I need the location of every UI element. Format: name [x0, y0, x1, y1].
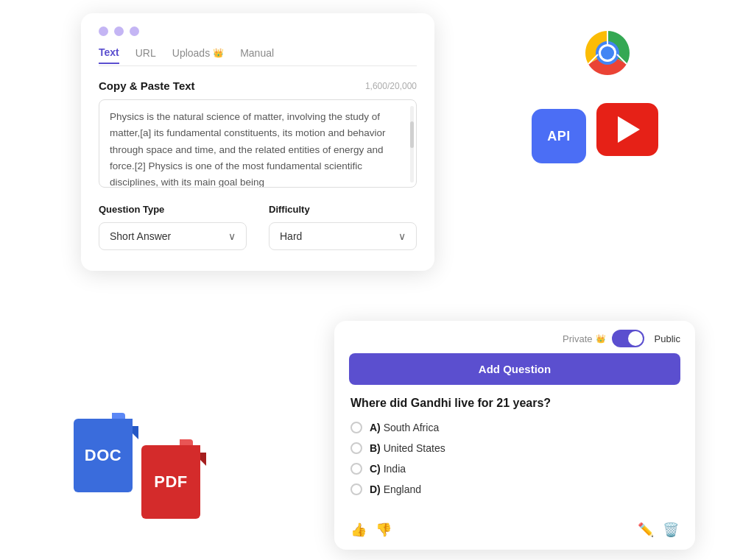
- top-card: Text URL Uploads 👑 Manual Copy & Paste T…: [81, 13, 434, 271]
- add-question-button[interactable]: Add Question: [349, 353, 680, 385]
- dot-3: [130, 26, 139, 36]
- public-label: Public: [655, 333, 680, 344]
- tabs-bar: Text URL Uploads 👑 Manual: [99, 46, 417, 66]
- chrome-icon: [575, 21, 640, 85]
- svg-point-3: [601, 46, 614, 60]
- window-dots: [99, 26, 417, 36]
- difficulty-select[interactable]: Hard ∨: [269, 222, 417, 250]
- question-type-label: Question Type: [99, 204, 247, 215]
- tab-url[interactable]: URL: [135, 46, 156, 64]
- difficulty-label: Difficulty: [269, 204, 417, 215]
- chevron-down-icon: ∨: [228, 230, 236, 242]
- difficulty-group: Difficulty Hard ∨: [269, 204, 417, 250]
- scrollbar-thumb: [410, 121, 414, 148]
- privacy-toggle[interactable]: [612, 330, 644, 347]
- selects-row: Question Type Short Answer ∨ Difficulty …: [99, 204, 417, 250]
- doc-label: DOC: [85, 446, 121, 465]
- tab-uploads[interactable]: Uploads 👑: [172, 46, 224, 64]
- quiz-footer: 👍 👎 ✏️ 🗑️: [334, 514, 695, 550]
- answer-key-d: D): [370, 483, 381, 495]
- api-label: API: [547, 129, 571, 144]
- toggle-track[interactable]: [612, 330, 644, 347]
- doc-icon: DOC: [74, 413, 138, 492]
- footer-actions-right: ✏️ 🗑️: [638, 522, 679, 538]
- thumbs-up-icon[interactable]: 👍: [350, 522, 367, 538]
- char-count: 1,600/20,000: [365, 81, 417, 91]
- answer-key-b: B): [370, 442, 381, 454]
- chevron-down-icon-2: ∨: [398, 230, 406, 242]
- radio-d[interactable]: [350, 483, 362, 495]
- doc-body: DOC: [74, 419, 133, 492]
- private-label: Private 👑: [563, 333, 605, 344]
- radio-a[interactable]: [350, 422, 362, 433]
- delete-icon[interactable]: 🗑️: [663, 522, 679, 538]
- api-icon: API: [532, 109, 586, 163]
- question-type-group: Question Type Short Answer ∨: [99, 204, 247, 250]
- answer-option-b[interactable]: B) United States: [350, 442, 679, 454]
- pdf-body: PDF: [141, 445, 200, 519]
- dot-1: [99, 26, 108, 36]
- toggle-thumb: [628, 331, 643, 346]
- answer-option-d[interactable]: D) England: [350, 483, 679, 495]
- answer-text-d: D) England: [370, 483, 421, 495]
- radio-b[interactable]: [350, 442, 362, 454]
- uploads-crown-icon: 👑: [213, 48, 224, 58]
- text-content: Physics is the natural science of matter…: [99, 100, 416, 188]
- answer-text-c: C) India: [370, 463, 406, 475]
- textarea-header: Copy & Paste Text 1,600/20,000: [99, 79, 417, 92]
- footer-actions-left: 👍 👎: [350, 522, 392, 538]
- text-scroll-area[interactable]: Physics is the natural science of matter…: [99, 99, 417, 188]
- question-type-value: Short Answer: [110, 230, 171, 242]
- answer-option-c[interactable]: C) India: [350, 463, 679, 475]
- dot-2: [114, 26, 124, 36]
- tab-manual[interactable]: Manual: [240, 46, 274, 64]
- scrollbar-track: [410, 106, 414, 182]
- question-text: Where did Gandhi live for 21 years?: [350, 397, 679, 410]
- answer-key-c: C): [370, 463, 381, 475]
- answer-option-a[interactable]: A) South Africa: [350, 422, 679, 433]
- quiz-question: Where did Gandhi live for 21 years? A) S…: [334, 397, 695, 511]
- textarea-label: Copy & Paste Text: [99, 79, 195, 92]
- answer-key-a: A): [370, 422, 381, 433]
- bottom-card: Private 👑 Public Add Question Where did …: [334, 321, 695, 550]
- scene: Text URL Uploads 👑 Manual Copy & Paste T…: [0, 0, 754, 560]
- radio-c[interactable]: [350, 463, 362, 475]
- privacy-row: Private 👑 Public: [334, 321, 695, 353]
- pdf-icon: PDF: [141, 439, 206, 519]
- tab-text[interactable]: Text: [99, 46, 119, 64]
- play-icon: [618, 116, 640, 143]
- difficulty-value: Hard: [280, 230, 302, 242]
- pdf-label: PDF: [154, 472, 188, 492]
- question-type-select[interactable]: Short Answer ∨: [99, 222, 247, 250]
- answer-text-b: B) United States: [370, 442, 445, 454]
- private-crown-icon: 👑: [596, 334, 606, 344]
- youtube-icon: [596, 103, 658, 156]
- answer-text-a: A) South Africa: [370, 422, 439, 433]
- thumbs-down-icon[interactable]: 👎: [376, 522, 392, 538]
- edit-icon[interactable]: ✏️: [638, 522, 654, 538]
